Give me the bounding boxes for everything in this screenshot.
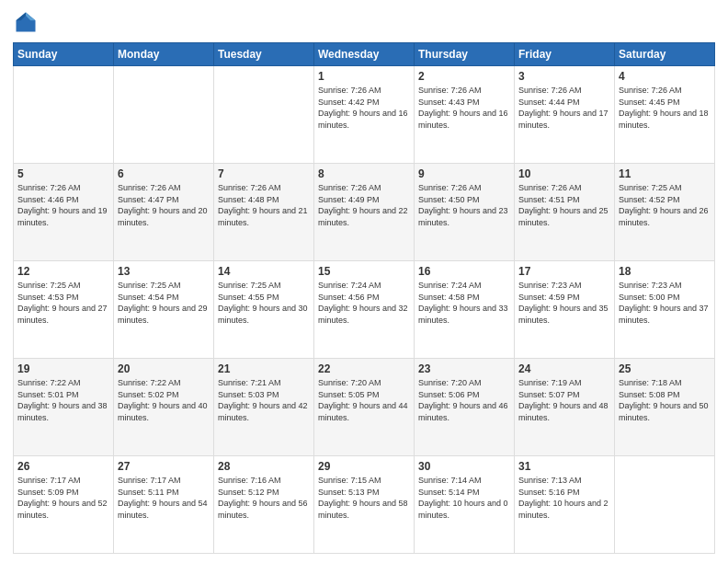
day-cell: 21Sunrise: 7:21 AMSunset: 5:03 PMDayligh… [214,359,314,456]
day-cell: 24Sunrise: 7:19 AMSunset: 5:07 PMDayligh… [515,359,615,456]
day-cell: 14Sunrise: 7:25 AMSunset: 4:55 PMDayligh… [214,261,314,359]
day-number: 12 [17,265,109,278]
day-info: Sunrise: 7:24 AMSunset: 4:58 PMDaylight:… [418,280,510,326]
day-info: Sunrise: 7:20 AMSunset: 5:06 PMDaylight:… [418,377,510,423]
day-cell: 29Sunrise: 7:15 AMSunset: 5:13 PMDayligh… [314,456,415,554]
day-info: Sunrise: 7:25 AMSunset: 4:54 PMDaylight:… [118,280,210,326]
logo-icon [13,9,39,35]
day-cell [14,66,114,164]
day-info: Sunrise: 7:26 AMSunset: 4:51 PMDaylight:… [518,182,610,228]
day-cell: 2Sunrise: 7:26 AMSunset: 4:43 PMDaylight… [415,66,515,164]
day-info: Sunrise: 7:26 AMSunset: 4:46 PMDaylight:… [17,182,109,228]
day-info: Sunrise: 7:24 AMSunset: 4:56 PMDaylight:… [318,280,410,326]
day-number: 2 [418,70,510,83]
day-cell: 23Sunrise: 7:20 AMSunset: 5:06 PMDayligh… [415,359,515,456]
day-info: Sunrise: 7:23 AMSunset: 5:00 PMDaylight:… [619,280,711,326]
week-row-4: 19Sunrise: 7:22 AMSunset: 5:01 PMDayligh… [14,359,715,456]
day-info: Sunrise: 7:25 AMSunset: 4:53 PMDaylight:… [17,280,109,326]
day-info: Sunrise: 7:21 AMSunset: 5:03 PMDaylight:… [218,377,310,423]
weekday-header-sunday: Sunday [14,43,114,66]
day-info: Sunrise: 7:20 AMSunset: 5:05 PMDaylight:… [318,377,410,423]
day-number: 19 [17,362,109,375]
day-info: Sunrise: 7:26 AMSunset: 4:47 PMDaylight:… [118,182,210,228]
day-number: 31 [518,460,610,473]
day-number: 4 [619,70,711,83]
header [13,9,715,35]
day-cell: 18Sunrise: 7:23 AMSunset: 5:00 PMDayligh… [615,261,715,359]
weekday-header-tuesday: Tuesday [214,43,314,66]
day-number: 28 [218,460,310,473]
day-cell: 22Sunrise: 7:20 AMSunset: 5:05 PMDayligh… [314,359,415,456]
day-info: Sunrise: 7:17 AMSunset: 5:11 PMDaylight:… [118,475,210,521]
day-info: Sunrise: 7:26 AMSunset: 4:49 PMDaylight:… [318,182,410,228]
day-cell: 17Sunrise: 7:23 AMSunset: 4:59 PMDayligh… [515,261,615,359]
day-info: Sunrise: 7:17 AMSunset: 5:09 PMDaylight:… [17,475,109,521]
day-cell: 16Sunrise: 7:24 AMSunset: 4:58 PMDayligh… [415,261,515,359]
day-info: Sunrise: 7:25 AMSunset: 4:52 PMDaylight:… [619,182,711,228]
day-number: 16 [418,265,510,278]
day-number: 15 [318,265,410,278]
day-number: 10 [518,167,610,180]
day-number: 27 [118,460,210,473]
day-number: 14 [218,265,310,278]
day-info: Sunrise: 7:14 AMSunset: 5:14 PMDaylight:… [418,475,510,521]
day-info: Sunrise: 7:25 AMSunset: 4:55 PMDaylight:… [218,280,310,326]
day-cell: 30Sunrise: 7:14 AMSunset: 5:14 PMDayligh… [415,456,515,554]
day-number: 11 [619,167,711,180]
day-number: 21 [218,362,310,375]
day-info: Sunrise: 7:16 AMSunset: 5:12 PMDaylight:… [218,475,310,521]
day-cell [214,66,314,164]
day-number: 6 [118,167,210,180]
day-cell: 27Sunrise: 7:17 AMSunset: 5:11 PMDayligh… [114,456,214,554]
day-cell: 1Sunrise: 7:26 AMSunset: 4:42 PMDaylight… [314,66,415,164]
day-number: 13 [118,265,210,278]
week-row-3: 12Sunrise: 7:25 AMSunset: 4:53 PMDayligh… [14,261,715,359]
weekday-header-saturday: Saturday [615,43,715,66]
day-cell: 25Sunrise: 7:18 AMSunset: 5:08 PMDayligh… [615,359,715,456]
day-number: 26 [17,460,109,473]
day-cell: 3Sunrise: 7:26 AMSunset: 4:44 PMDaylight… [515,66,615,164]
week-row-5: 26Sunrise: 7:17 AMSunset: 5:09 PMDayligh… [14,456,715,554]
day-info: Sunrise: 7:18 AMSunset: 5:08 PMDaylight:… [619,377,711,423]
day-cell: 10Sunrise: 7:26 AMSunset: 4:51 PMDayligh… [515,164,615,261]
day-number: 17 [518,265,610,278]
day-number: 9 [418,167,510,180]
day-info: Sunrise: 7:26 AMSunset: 4:48 PMDaylight:… [218,182,310,228]
day-number: 1 [318,70,410,83]
day-number: 30 [418,460,510,473]
day-info: Sunrise: 7:26 AMSunset: 4:50 PMDaylight:… [418,182,510,228]
weekday-header-wednesday: Wednesday [314,43,415,66]
day-number: 22 [318,362,410,375]
weekday-header-monday: Monday [114,43,214,66]
day-cell [114,66,214,164]
day-number: 18 [619,265,711,278]
day-number: 3 [518,70,610,83]
weekday-row: SundayMondayTuesdayWednesdayThursdayFrid… [14,43,715,66]
day-cell: 6Sunrise: 7:26 AMSunset: 4:47 PMDaylight… [114,164,214,261]
day-cell: 7Sunrise: 7:26 AMSunset: 4:48 PMDaylight… [214,164,314,261]
day-number: 23 [418,362,510,375]
logo [13,9,42,35]
week-row-1: 1Sunrise: 7:26 AMSunset: 4:42 PMDaylight… [14,66,715,164]
day-cell: 28Sunrise: 7:16 AMSunset: 5:12 PMDayligh… [214,456,314,554]
day-cell: 8Sunrise: 7:26 AMSunset: 4:49 PMDaylight… [314,164,415,261]
day-info: Sunrise: 7:22 AMSunset: 5:02 PMDaylight:… [118,377,210,423]
day-info: Sunrise: 7:19 AMSunset: 5:07 PMDaylight:… [518,377,610,423]
week-row-2: 5Sunrise: 7:26 AMSunset: 4:46 PMDaylight… [14,164,715,261]
day-cell: 19Sunrise: 7:22 AMSunset: 5:01 PMDayligh… [14,359,114,456]
day-number: 29 [318,460,410,473]
day-number: 5 [17,167,109,180]
calendar-table: SundayMondayTuesdayWednesdayThursdayFrid… [13,42,715,554]
day-cell: 15Sunrise: 7:24 AMSunset: 4:56 PMDayligh… [314,261,415,359]
day-number: 25 [619,362,711,375]
day-cell: 31Sunrise: 7:13 AMSunset: 5:16 PMDayligh… [515,456,615,554]
day-info: Sunrise: 7:13 AMSunset: 5:16 PMDaylight:… [518,475,610,521]
day-info: Sunrise: 7:22 AMSunset: 5:01 PMDaylight:… [17,377,109,423]
day-info: Sunrise: 7:15 AMSunset: 5:13 PMDaylight:… [318,475,410,521]
day-number: 8 [318,167,410,180]
calendar-body: 1Sunrise: 7:26 AMSunset: 4:42 PMDaylight… [14,66,715,554]
day-number: 24 [518,362,610,375]
day-cell [615,456,715,554]
day-cell: 13Sunrise: 7:25 AMSunset: 4:54 PMDayligh… [114,261,214,359]
day-cell: 11Sunrise: 7:25 AMSunset: 4:52 PMDayligh… [615,164,715,261]
